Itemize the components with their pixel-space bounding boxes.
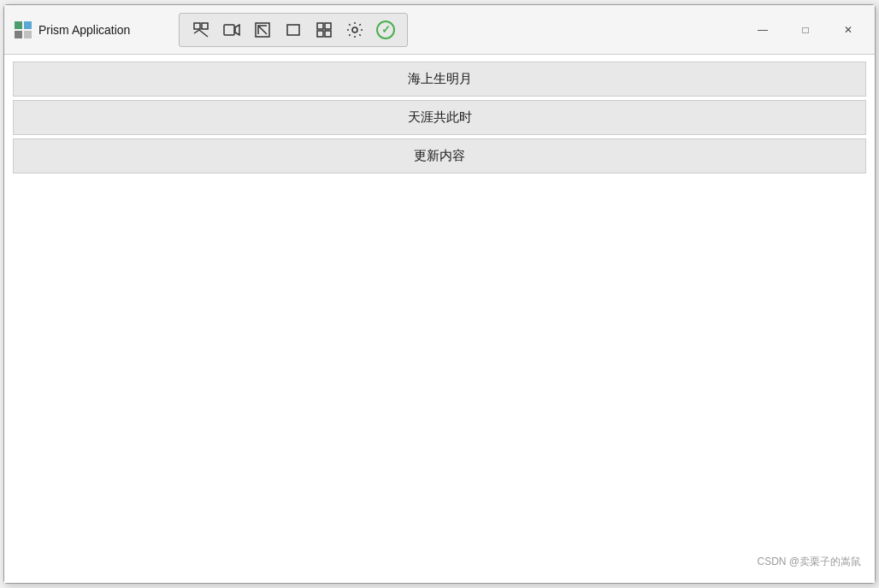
- rectangle-icon[interactable]: [280, 17, 306, 43]
- window-title: Prism Application: [38, 23, 130, 37]
- prism-app-icon: [15, 21, 32, 38]
- svg-rect-0: [15, 21, 22, 29]
- svg-line-6: [194, 30, 199, 33]
- select-region-icon[interactable]: [311, 17, 337, 43]
- svg-rect-15: [317, 31, 323, 37]
- list-item[interactable]: 天涯共此时: [13, 100, 866, 135]
- title-section: Prism Application: [4, 21, 175, 38]
- svg-rect-4: [194, 23, 200, 29]
- svg-rect-8: [224, 25, 234, 35]
- svg-rect-12: [287, 25, 299, 35]
- list-item[interactable]: 海上生明月: [13, 62, 866, 97]
- content-area: 海上生明月 天涯共此时 更新内容 CSDN @卖栗子的嵩鼠: [4, 55, 875, 583]
- navigate-back-icon[interactable]: [188, 17, 214, 43]
- svg-marker-9: [235, 25, 239, 35]
- svg-rect-3: [24, 31, 32, 38]
- minimize-button[interactable]: —: [743, 16, 782, 44]
- app-window: Prism Application: [3, 4, 876, 584]
- title-bar: Prism Application: [4, 5, 875, 55]
- svg-rect-16: [325, 23, 331, 29]
- check-circle-icon[interactable]: ✓: [373, 17, 398, 43]
- svg-rect-1: [24, 21, 32, 29]
- window-controls: — □ ✕: [743, 16, 875, 44]
- svg-point-17: [352, 27, 357, 32]
- svg-line-11: [258, 26, 267, 34]
- svg-line-7: [199, 30, 208, 37]
- toolbar: ✓: [179, 13, 408, 47]
- list-item[interactable]: 更新内容: [13, 138, 866, 173]
- video-icon[interactable]: [219, 17, 245, 43]
- svg-rect-14: [325, 31, 331, 37]
- svg-rect-13: [317, 23, 323, 29]
- settings-icon[interactable]: [342, 17, 368, 43]
- svg-rect-5: [202, 23, 208, 29]
- cursor-icon[interactable]: [250, 17, 275, 43]
- close-button[interactable]: ✕: [829, 16, 868, 44]
- watermark: CSDN @卖栗子的嵩鼠: [757, 555, 861, 569]
- maximize-button[interactable]: □: [786, 16, 825, 44]
- svg-rect-2: [15, 31, 22, 38]
